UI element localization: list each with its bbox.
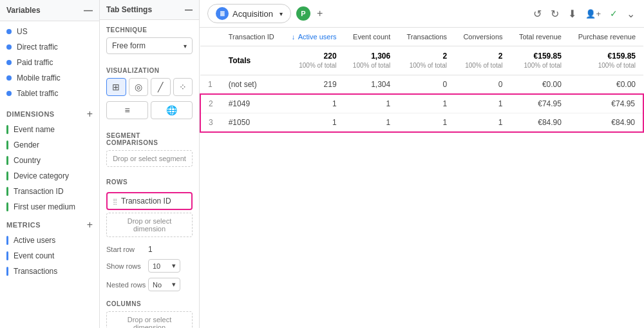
viz-table-btn[interactable]: ⊞	[106, 78, 126, 96]
col-transactions-label: Transactions	[407, 33, 448, 41]
row-purchase-revenue: €74.95	[569, 94, 643, 113]
segments-section: US Direct traffic Paid traffic Mobile tr…	[0, 21, 99, 104]
totals-transactions: 2 100% of total	[398, 46, 455, 75]
col-purchase-revenue-label: Purchase revenue	[578, 33, 636, 41]
col-purchase-revenue[interactable]: Purchase revenue	[569, 28, 643, 46]
viz-scatter-btn[interactable]: ⁘	[173, 78, 193, 96]
dim-gender[interactable]: Gender	[0, 137, 99, 153]
segment-label: Tablet traffic	[17, 89, 58, 98]
p-icon[interactable]: P	[296, 6, 310, 21]
download-btn[interactable]: ⬇	[567, 6, 578, 21]
dim-bar-icon	[6, 202, 8, 211]
totals-conversions-val: 2	[498, 52, 503, 61]
col-active-users[interactable]: ↓ Active users	[283, 28, 344, 46]
dim-first-user-medium[interactable]: First user medium	[0, 199, 99, 215]
col-conversions[interactable]: Conversions	[455, 28, 510, 46]
viz-bar-btn[interactable]: ≡	[106, 101, 148, 119]
check-btn[interactable]: ✓	[609, 7, 619, 20]
viz-geo-btn[interactable]: 🌐	[151, 101, 193, 119]
more-btn[interactable]: ⌄	[625, 6, 636, 21]
segment-us[interactable]: US	[0, 24, 99, 39]
segment-label: US	[17, 27, 28, 36]
row-transactions: 1	[398, 113, 455, 133]
segment-tablet[interactable]: Tablet traffic	[0, 86, 99, 101]
chevron-down-icon: ▾	[184, 43, 187, 50]
technique-dropdown[interactable]: Free form ▾	[106, 37, 193, 54]
col-event-count-label: Event count	[353, 33, 390, 41]
row-transaction-id: #1049	[221, 94, 283, 113]
dim-label: Device category	[14, 171, 69, 180]
drop-segment-zone[interactable]: Drop or select segment	[106, 150, 193, 167]
table-row[interactable]: 2 #1049 1 1 1 1 €74.95 €74.95	[200, 94, 643, 113]
dim-device-category[interactable]: Device category	[0, 168, 99, 184]
start-row-value: 1	[148, 245, 193, 254]
show-rows-dropdown[interactable]: 10 ▾	[148, 259, 180, 273]
technique-label: TECHNIQUE	[100, 20, 199, 37]
add-user-btn[interactable]: 👤+	[584, 8, 602, 20]
row-event-count: 1	[345, 94, 399, 113]
drop-dimension-zone[interactable]: Drop or select dimension	[106, 213, 193, 237]
drop-segment-label: Drop or select segment	[113, 155, 186, 162]
nested-rows-dropdown[interactable]: No ▾	[148, 278, 180, 291]
segment-mobile[interactable]: Mobile traffic	[0, 70, 99, 86]
row-active-users: 1	[283, 113, 344, 133]
segment-dot	[6, 91, 12, 96]
segment-label: Direct traffic	[17, 43, 58, 52]
drop-column-zone[interactable]: Drop or select dimension	[106, 311, 193, 328]
col-transactions[interactable]: Transactions	[398, 28, 455, 46]
acquisition-btn[interactable]: ≣ Acquisition ▾	[207, 4, 291, 23]
add-dimension-btn[interactable]: +	[87, 109, 93, 119]
p-label: P	[301, 10, 305, 17]
col-row-num	[200, 28, 221, 46]
redo-btn[interactable]: ↻	[549, 6, 560, 21]
row-conversions: 1	[455, 94, 510, 113]
show-rows-value: 10	[153, 262, 160, 270]
table-row[interactable]: 3 #1050 1 1 1 1 €84.90 €84.90	[200, 113, 643, 133]
tab-settings-minimize-btn[interactable]: —	[185, 5, 193, 14]
metric-active-users[interactable]: Active users	[0, 233, 99, 248]
col-event-count[interactable]: Event count	[345, 28, 399, 46]
visualization-row2: ≡ 🌐	[106, 101, 193, 119]
columns-label: COLUMNS	[100, 294, 199, 311]
add-metric-btn[interactable]: +	[87, 220, 93, 230]
dimensions-title: DIMENSIONS	[6, 110, 55, 118]
dimensions-list: Event name Gender Country Device categor…	[0, 122, 99, 215]
metric-bar-icon	[6, 267, 8, 276]
minimize-btn[interactable]: —	[84, 5, 93, 15]
chevron-down-icon: ▾	[279, 10, 283, 17]
viz-line-btn[interactable]: ╱	[151, 78, 171, 96]
dim-country[interactable]: Country	[0, 153, 99, 168]
dim-event-name[interactable]: Event name	[0, 122, 99, 137]
metric-transactions[interactable]: Transactions	[0, 264, 99, 279]
col-transaction-id-label: Transaction ID	[229, 33, 274, 41]
dim-transaction-id[interactable]: Transaction ID	[0, 184, 99, 199]
table-row[interactable]: 1 (not set) 219 1,304 0 0 €0.00 €0.00	[200, 75, 643, 95]
col-transaction-id[interactable]: Transaction ID	[221, 28, 283, 46]
segment-direct[interactable]: Direct traffic	[0, 39, 99, 55]
totals-purchase-revenue: €159.85 100% of total	[569, 46, 643, 75]
totals-active-users-val: 220	[324, 52, 337, 61]
table-body: Totals 220 100% of total 1,306 100% of t…	[200, 46, 643, 133]
dim-bar-icon	[6, 187, 8, 196]
dim-label: First user medium	[14, 202, 75, 211]
drop-column-label: Drop or select dimension	[128, 316, 171, 328]
col-active-users-label: Active users	[298, 33, 337, 41]
totals-text: Totals	[229, 56, 251, 65]
sort-arrow-icon: ↓	[292, 33, 296, 41]
totals-conversions-sub: 100% of total	[465, 62, 502, 69]
segment-paid[interactable]: Paid traffic	[0, 55, 99, 70]
totals-transactions-val: 2	[442, 52, 447, 61]
show-rows-field: Show rows 10 ▾	[100, 256, 199, 275]
viz-donut-btn[interactable]: ◎	[129, 78, 149, 96]
col-total-revenue[interactable]: Total revenue	[511, 28, 569, 46]
totals-active-users-sub: 100% of total	[299, 62, 336, 69]
add-comparison-btn[interactable]: +	[316, 6, 324, 21]
metrics-list: Active users Event count Transactions	[0, 233, 99, 279]
metrics-title: METRICS	[6, 221, 41, 229]
totals-event-count-val: 1,306	[371, 52, 390, 61]
row-transaction-id: #1050	[221, 113, 283, 133]
undo-btn[interactable]: ↺	[532, 6, 543, 21]
visualization-label: VISUALIZATION	[100, 61, 199, 78]
row-transaction-id-item[interactable]: ⣿ Transaction ID	[106, 192, 193, 210]
metric-event-count[interactable]: Event count	[0, 248, 99, 264]
